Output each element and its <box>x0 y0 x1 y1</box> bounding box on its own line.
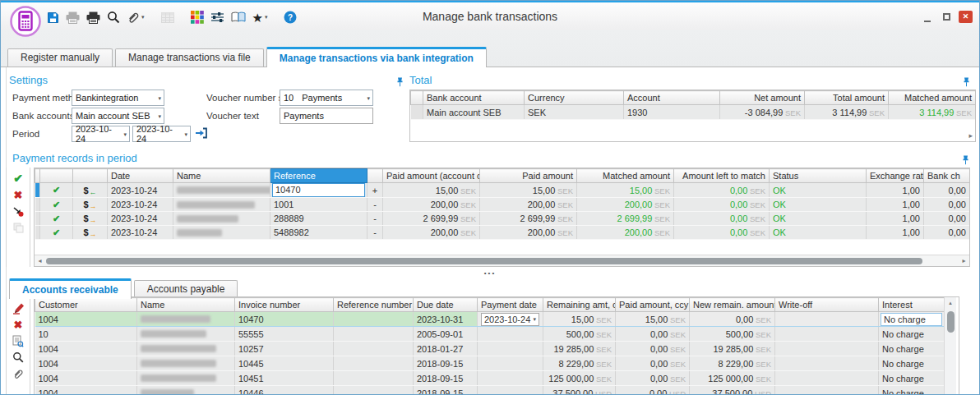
column-header-payment-date[interactable]: Payment date <box>478 298 543 312</box>
column-header-paid-amount[interactable]: Paid amount, ccy <box>616 298 690 312</box>
horizontal-scrollbar[interactable]: ◂ ▸ <box>35 255 969 266</box>
payment-date-dropdown[interactable]: 2023-10-24▾ <box>481 313 539 326</box>
column-header-reference-number[interactable]: Reference number <box>334 298 414 312</box>
column-header-currency[interactable]: Currency <box>525 91 624 105</box>
maximize-button[interactable] <box>940 9 953 24</box>
reference-number-cell[interactable] <box>334 371 414 386</box>
tab-manage-transactions-via-bank-integration[interactable]: Manage transactions via bank integration <box>266 47 487 67</box>
column-header-bank-account[interactable]: Bank account <box>423 91 525 105</box>
name-cell[interactable] <box>137 312 235 327</box>
payment-date-cell[interactable]: 2023-10-24▾ <box>478 312 543 327</box>
reference-number-cell[interactable] <box>334 327 414 342</box>
reference-cell[interactable]: 5488982 <box>270 226 368 240</box>
amount-left-cell[interactable]: 0,00 SEK <box>674 198 770 212</box>
name-cell[interactable] <box>137 386 235 395</box>
paid-amount-account-cell[interactable]: 15,00 SEK <box>383 183 480 198</box>
attachment-icon[interactable] <box>8 365 28 382</box>
close-button[interactable]: ✕ <box>959 11 973 23</box>
total-amount-cell[interactable]: 3 114,99 SEK <box>805 105 889 120</box>
amount-left-cell[interactable]: 0,00 SEK <box>674 226 770 240</box>
voucher-number-series-select[interactable]: 10Payments▾ <box>280 90 373 106</box>
payment-records-grid[interactable]: Date Name Reference Paid amount (account… <box>35 168 970 240</box>
account-cell[interactable]: 1930 <box>624 105 720 120</box>
matched-amount-cell[interactable]: 2 699,99 SEK <box>577 212 674 226</box>
data-grid-icon[interactable] <box>161 9 174 25</box>
net-amount-cell[interactable]: -3 084,99 SEK <box>720 105 805 120</box>
due-date-cell[interactable]: 2018-09-15 <box>414 386 478 395</box>
paid-amount-cell[interactable]: 15,00 SEK <box>480 183 577 198</box>
row-selector[interactable] <box>411 105 423 120</box>
remove-cross-icon[interactable]: ✖ <box>8 316 28 333</box>
scroll-up-icon[interactable]: ▴ <box>945 297 956 308</box>
column-header-status[interactable]: Status <box>770 169 867 183</box>
paid-amount-cell[interactable]: 0,00 SEK <box>616 356 690 371</box>
due-date-cell[interactable]: 2018-09-15 <box>414 356 478 371</box>
due-date-cell[interactable]: 2023-10-31 <box>414 312 478 327</box>
reference-number-cell[interactable] <box>334 356 414 371</box>
status-cell[interactable]: OK <box>770 198 867 212</box>
write-off-cell[interactable] <box>775 356 879 371</box>
payment-date-cell[interactable] <box>478 386 543 395</box>
due-date-cell[interactable]: 2018-01-27 <box>414 342 478 356</box>
attachments-icon[interactable]: ▾ <box>127 9 145 25</box>
invoice-number-cell[interactable]: 10446 <box>235 386 334 395</box>
view-document-icon[interactable] <box>8 333 28 349</box>
bank-account-cell[interactable]: Main account SEB <box>423 105 525 120</box>
paid-amount-cell[interactable]: 15,00 SEK <box>616 312 690 327</box>
paid-amount-cell[interactable]: 200,00 SEK <box>480 226 577 240</box>
column-header-new-remaining-amount[interactable]: New remain. amount, ccy <box>690 298 775 312</box>
bank-charge-cell[interactable]: 0,00 <box>924 183 970 198</box>
date-cell[interactable]: 2023-10-24 <box>108 198 173 212</box>
due-date-cell[interactable]: 2005-09-01 <box>414 327 478 342</box>
reference-editor[interactable]: 10470 <box>272 183 365 197</box>
column-header-bank-charge[interactable]: Bank ch <box>924 169 970 183</box>
interest-cell[interactable]: No charge <box>879 327 945 342</box>
scroll-left-icon[interactable]: ◂ <box>35 255 45 266</box>
new-remaining-amount-cell[interactable]: 125 000,00 SEK <box>690 371 775 386</box>
tab-accounts-receivable[interactable]: Accounts receivable <box>9 278 132 299</box>
payment-date-cell[interactable] <box>478 342 543 356</box>
column-header-matched-amount[interactable]: Matched amount <box>889 91 976 105</box>
paid-amount-account-cell[interactable]: 200,00 SEK <box>383 226 480 240</box>
column-header-due-date[interactable]: Due date <box>414 298 478 312</box>
scroll-right-icon[interactable]: ▸ <box>968 132 973 140</box>
reference-cell[interactable]: 288889 <box>270 212 368 226</box>
column-header-account[interactable]: Account <box>624 91 720 105</box>
write-off-cell[interactable] <box>775 371 879 386</box>
payment-date-cell[interactable] <box>478 356 543 371</box>
write-off-cell[interactable] <box>775 342 879 356</box>
interest-cell[interactable]: No charge <box>879 312 945 327</box>
customer-cell[interactable]: 1004 <box>35 342 137 356</box>
customer-cell[interactable]: 1004 <box>35 371 137 386</box>
write-off-pen-icon[interactable] <box>8 300 28 316</box>
column-header-matched-amount[interactable]: Matched amount <box>577 169 674 183</box>
search-icon[interactable] <box>107 9 120 25</box>
date-cell[interactable]: 2023-10-24 <box>108 226 173 240</box>
column-header-name[interactable]: Name <box>173 169 270 183</box>
exchange-rate-cell[interactable]: 1,00 <box>867 198 924 212</box>
reference-number-cell[interactable] <box>334 312 414 327</box>
copy-icon[interactable] <box>8 219 28 236</box>
splitter-handle[interactable]: ••• <box>1 270 979 278</box>
mark-error-arrow-icon[interactable] <box>8 203 28 219</box>
minimize-button[interactable] <box>921 9 934 24</box>
column-header-exchange-rate[interactable]: Exchange rate <box>867 169 924 183</box>
remaining-amount-cell[interactable]: 37 500,00 USD <box>543 386 616 395</box>
currency-cell[interactable]: SEK <box>525 105 624 120</box>
interest-editor[interactable]: No charge <box>881 313 942 326</box>
column-header-total-amount[interactable]: Total amount <box>805 91 889 105</box>
pin-icon[interactable] <box>962 154 969 168</box>
column-header-check[interactable] <box>40 169 73 183</box>
approve-check-icon[interactable]: ✔ <box>8 170 28 186</box>
column-header-paid-amount-account[interactable]: Paid amount (account ccy) <box>383 169 480 183</box>
remaining-amount-cell[interactable]: 19 285,00 SEK <box>543 342 616 356</box>
interest-cell[interactable]: No charge <box>879 386 945 395</box>
matched-amount-cell[interactable]: 3 114,99 SEK <box>889 105 976 120</box>
expander-cell[interactable]: + <box>368 183 383 198</box>
payment-method-select[interactable]: Bankintegration▾ <box>72 90 164 106</box>
amount-left-cell[interactable]: 0,00 SEK <box>674 212 770 226</box>
exchange-rate-cell[interactable]: 1,00 <box>867 212 924 226</box>
payment-date-cell[interactable] <box>478 371 543 386</box>
reference-number-cell[interactable] <box>334 342 414 356</box>
matched-amount-cell[interactable]: 15,00 SEK <box>577 183 674 198</box>
